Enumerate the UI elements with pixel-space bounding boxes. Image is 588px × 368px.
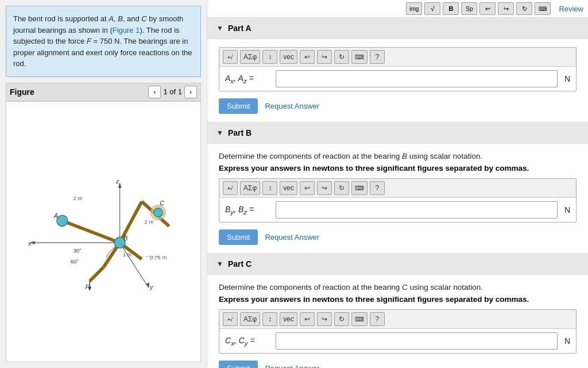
part-a-tool-vec[interactable]: vec	[280, 50, 297, 64]
part-b-tool-keyboard[interactable]: ⌨	[351, 181, 368, 195]
part-c-request-answer-link[interactable]: Request Answer	[265, 364, 319, 368]
part-a-section: ▼ Part A ▪√ ΑΣφ ↕ vec ↩ ↪ ↻ ⌨ ? Ax, Az =	[207, 18, 588, 122]
part-b-submit-button[interactable]: Submit	[219, 229, 258, 245]
svg-text:z: z	[115, 178, 119, 185]
part-c-action-row: Submit Request Answer	[219, 361, 577, 368]
part-c-tool-asigma[interactable]: ΑΣφ	[240, 312, 260, 326]
part-a-header[interactable]: ▼ Part A	[207, 18, 588, 39]
part-b-tool-undo[interactable]: ↩	[300, 181, 315, 195]
part-c-tool-arrows[interactable]: ↕	[262, 312, 277, 326]
part-b-label: Part B	[228, 128, 252, 137]
part-c-bold-instruction: Express your answers in newtons to three…	[219, 295, 577, 304]
part-b-tool-redo[interactable]: ↪	[317, 181, 332, 195]
figure-next-button[interactable]: ›	[184, 86, 197, 98]
figure-link[interactable]: Figure 1	[113, 26, 140, 34]
part-c-unit: N	[564, 336, 570, 346]
part-b-arrow: ▼	[216, 129, 223, 137]
figure-nav-count: 1 of 1	[163, 87, 182, 96]
part-c-tool-help[interactable]: ?	[370, 312, 385, 326]
figure-section: Figure ‹ 1 of 1 › x y z	[6, 83, 201, 363]
review-link[interactable]: Review	[559, 5, 583, 13]
part-a-tool-asigma[interactable]: ΑΣφ	[240, 50, 260, 64]
figure-title: Figure	[10, 87, 34, 97]
part-b-action-row: Submit Request Answer	[219, 229, 577, 245]
part-a-input-area: ▪√ ΑΣφ ↕ vec ↩ ↪ ↻ ⌨ ? Ax, Az = N	[219, 47, 577, 91]
svg-text:y: y	[149, 283, 153, 290]
part-c-header[interactable]: ▼ Part C	[207, 254, 588, 275]
part-a-arrow: ▼	[216, 24, 223, 32]
part-a-content: ▪√ ΑΣφ ↕ vec ↩ ↪ ↻ ⌨ ? Ax, Az = N Submit	[207, 39, 588, 122]
part-a-tool-redo[interactable]: ↪	[317, 50, 332, 64]
figure-diagram: x y z 30° 60°	[14, 171, 192, 292]
figure-image: x y z 30° 60°	[6, 101, 201, 363]
part-b-input-row: By, Bz = N	[219, 198, 576, 222]
part-b-tool-refresh[interactable]: ↻	[334, 181, 349, 195]
svg-text:2 m: 2 m	[145, 218, 154, 224]
part-c-input-field[interactable]	[276, 332, 558, 350]
part-b-instruction: Determine the components of reaction at …	[219, 152, 577, 160]
part-a-tool-arrows[interactable]: ↕	[262, 50, 277, 64]
part-b-request-answer-link[interactable]: Request Answer	[265, 233, 319, 241]
svg-text:A: A	[53, 212, 58, 219]
part-b-tool-arrows[interactable]: ↕	[262, 181, 277, 195]
svg-text:0.75 m: 0.75 m	[150, 254, 167, 260]
figure-prev-button[interactable]: ‹	[148, 86, 161, 98]
part-c-input-label: Cx, Cy =	[225, 336, 271, 347]
part-b-input-area: ▪√ ΑΣφ ↕ vec ↩ ↪ ↻ ⌨ ? By, Bz = N	[219, 178, 577, 223]
toolbar-refresh-btn[interactable]: ↻	[516, 2, 532, 15]
part-b-tool-vec[interactable]: vec	[280, 181, 297, 195]
toolbar-sqrt-btn[interactable]: √	[424, 2, 440, 15]
part-a-input-field[interactable]	[276, 70, 558, 87]
part-b-section: ▼ Part B Determine the components of rea…	[207, 122, 588, 254]
part-a-tool-img[interactable]: ▪√	[223, 50, 238, 64]
part-b-content: Determine the components of reaction at …	[207, 144, 588, 253]
part-b-tool-asigma[interactable]: ΑΣφ	[240, 181, 260, 195]
svg-text:B: B	[123, 235, 127, 241]
part-a-label: Part A	[228, 24, 252, 33]
part-a-input-toolbar: ▪√ ΑΣφ ↕ vec ↩ ↪ ↻ ⌨ ?	[219, 48, 576, 67]
part-b-unit: N	[564, 205, 570, 214]
part-a-request-answer-link[interactable]: Request Answer	[265, 102, 319, 110]
svg-text:F: F	[86, 283, 90, 290]
part-c-tool-redo[interactable]: ↪	[317, 312, 332, 326]
part-c-tool-img[interactable]: ▪√	[223, 312, 238, 326]
part-a-tool-help[interactable]: ?	[370, 50, 385, 64]
part-b-header[interactable]: ▼ Part B	[207, 122, 588, 144]
svg-text:C: C	[160, 200, 164, 206]
part-a-tool-undo[interactable]: ↩	[300, 50, 315, 64]
toolbar-keyboard-btn[interactable]: ⌨	[535, 2, 551, 15]
toolbar-special-btn[interactable]: Sp	[461, 2, 477, 15]
part-c-arrow: ▼	[216, 260, 223, 268]
part-a-submit-button[interactable]: Submit	[219, 98, 258, 114]
top-toolbar: img √ B Sp ↩ ↪ ↻ ⌨ Review	[207, 0, 588, 18]
svg-text:2 m: 2 m	[74, 194, 83, 201]
part-c-tool-vec[interactable]: vec	[280, 312, 297, 326]
part-c-input-toolbar: ▪√ ΑΣφ ↕ vec ↩ ↪ ↻ ⌨ ?	[219, 310, 576, 329]
problem-description: The bent rod is supported at A, B, and C…	[6, 6, 201, 77]
part-c-tool-keyboard[interactable]: ⌨	[351, 312, 368, 326]
toolbar-bold-btn[interactable]: B	[443, 2, 459, 15]
svg-rect-0	[18, 171, 188, 292]
part-a-tool-refresh[interactable]: ↻	[334, 50, 349, 64]
toolbar-undo-btn[interactable]: ↩	[479, 2, 496, 15]
part-a-tool-keyboard[interactable]: ⌨	[351, 50, 368, 64]
part-b-tool-help[interactable]: ?	[370, 181, 385, 195]
part-a-action-row: Submit Request Answer	[219, 98, 577, 114]
part-c-label: Part C	[228, 259, 252, 269]
part-a-unit: N	[564, 74, 570, 83]
part-a-input-row: Ax, Az = N	[219, 67, 576, 91]
figure-nav: ‹ 1 of 1 ›	[148, 86, 197, 98]
right-panel: img √ B Sp ↩ ↪ ↻ ⌨ Review ▼ Part A ▪√ ΑΣ…	[207, 0, 588, 368]
part-c-content: Determine the components of reaction at …	[207, 275, 588, 368]
figure-header: Figure ‹ 1 of 1 ›	[6, 83, 201, 101]
part-c-tool-undo[interactable]: ↩	[300, 312, 315, 326]
svg-text:60°: 60°	[71, 258, 79, 264]
toolbar-redo-btn[interactable]: ↪	[498, 2, 514, 15]
part-c-input-row: Cx, Cy = N	[219, 329, 576, 353]
part-b-tool-img[interactable]: ▪√	[223, 181, 238, 195]
toolbar-img-btn[interactable]: img	[406, 2, 422, 15]
svg-point-18	[57, 215, 68, 226]
part-c-tool-refresh[interactable]: ↻	[334, 312, 349, 326]
part-c-submit-button[interactable]: Submit	[219, 361, 258, 368]
part-b-input-field[interactable]	[276, 201, 558, 218]
